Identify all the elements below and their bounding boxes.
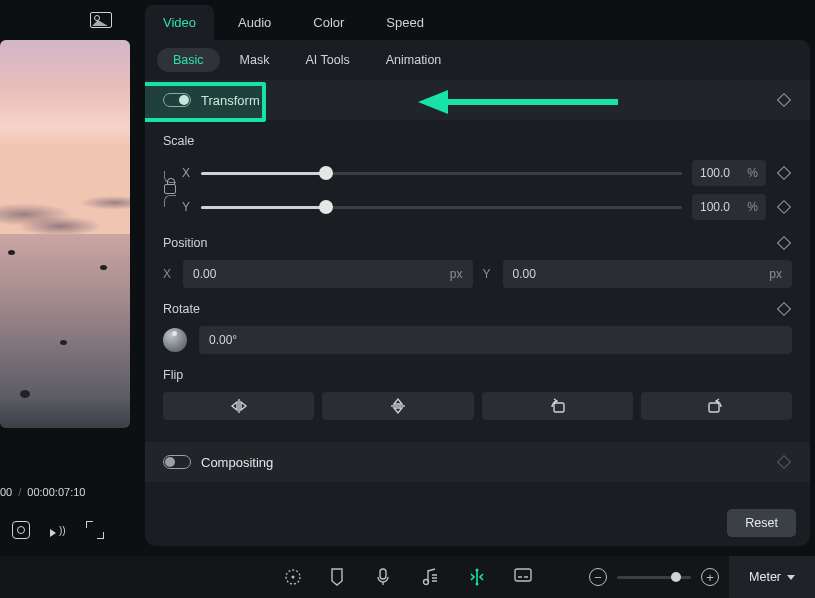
scale-y-unit: % [747, 200, 758, 214]
transform-header: Transform [145, 80, 810, 120]
rotate-cw-button[interactable] [641, 392, 792, 420]
picture-mode-icon[interactable] [90, 12, 112, 28]
tab-color[interactable]: Color [295, 5, 362, 40]
compositing-header: Compositing [145, 442, 810, 482]
svg-point-3 [291, 576, 294, 579]
tab-mask[interactable]: Mask [224, 48, 286, 72]
snapshot-icon[interactable] [12, 521, 30, 539]
svg-point-6 [475, 569, 478, 572]
audio-track-icon[interactable] [422, 568, 440, 586]
scale-x-keyframe-icon[interactable] [777, 166, 791, 180]
caption-icon[interactable] [514, 568, 532, 586]
compositing-keyframe-icon[interactable] [777, 455, 791, 469]
scale-x-value-input[interactable]: 100.0 % [692, 160, 766, 186]
zoom-in-button[interactable]: + [701, 568, 719, 586]
reset-button[interactable]: Reset [727, 509, 796, 537]
bottom-toolbar: − + Meter [0, 556, 815, 598]
position-y-unit: px [769, 267, 782, 281]
svg-rect-1 [709, 403, 719, 412]
preview-speck [8, 250, 15, 255]
meter-label: Meter [749, 570, 781, 584]
preview-speck [100, 265, 107, 270]
scale-x-unit: % [747, 166, 758, 180]
time-separator: / [18, 486, 21, 498]
zoom-slider[interactable] [617, 576, 691, 579]
scale-y-keyframe-icon[interactable] [777, 200, 791, 214]
primary-tabs: Video Audio Color Speed [145, 0, 810, 40]
svg-point-7 [475, 583, 478, 586]
tab-audio[interactable]: Audio [220, 5, 289, 40]
position-x-unit: px [450, 267, 463, 281]
zoom-out-button[interactable]: − [589, 568, 607, 586]
time-current: 00 [0, 486, 12, 498]
secondary-tabs: Basic Mask AI Tools Animation [145, 40, 810, 80]
chevron-down-icon [787, 575, 795, 580]
zoom-slider-thumb[interactable] [671, 572, 681, 582]
tab-animation[interactable]: Animation [370, 48, 458, 72]
svg-rect-8 [515, 569, 531, 581]
position-x-value: 0.00 [193, 267, 216, 281]
compositing-toggle[interactable] [163, 455, 191, 469]
position-label: Position [163, 236, 207, 250]
scale-y-value: 100.0 [700, 200, 730, 214]
scale-y-value-input[interactable]: 100.0 % [692, 194, 766, 220]
meter-dropdown[interactable]: Meter [729, 556, 815, 598]
tab-speed[interactable]: Speed [368, 5, 442, 40]
tab-ai-tools[interactable]: AI Tools [289, 48, 365, 72]
volume-icon[interactable]: )) [50, 524, 66, 537]
position-y-input[interactable]: 0.00 px [503, 260, 793, 288]
scale-x-value: 100.0 [700, 166, 730, 180]
compositing-title: Compositing [201, 455, 273, 470]
rotate-keyframe-icon[interactable] [777, 302, 791, 316]
preview-speck [20, 390, 30, 398]
flip-label: Flip [163, 368, 183, 382]
video-preview[interactable] [0, 40, 130, 428]
tab-video[interactable]: Video [145, 5, 214, 40]
rotate-label: Rotate [163, 302, 200, 316]
voiceover-icon[interactable] [376, 568, 394, 586]
scale-y-axis-label: Y [181, 200, 191, 214]
rotate-ccw-button[interactable] [482, 392, 633, 420]
position-x-axis-label: X [163, 267, 173, 281]
flip-vertical-button[interactable] [322, 392, 473, 420]
position-x-input[interactable]: 0.00 px [183, 260, 473, 288]
scale-x-axis-label: X [181, 166, 191, 180]
transform-title: Transform [201, 93, 260, 108]
rotate-dial[interactable] [163, 328, 187, 352]
rotate-value-input[interactable]: 0.00° [199, 326, 792, 354]
position-keyframe-icon[interactable] [777, 236, 791, 250]
marker-icon[interactable] [330, 568, 348, 586]
scale-label: Scale [163, 134, 194, 148]
rotate-value: 0.00° [209, 333, 237, 347]
svg-rect-0 [554, 403, 564, 412]
scale-y-slider[interactable] [201, 206, 682, 209]
transform-keyframe-icon[interactable] [777, 93, 791, 107]
tab-basic[interactable]: Basic [157, 48, 220, 72]
auto-enhance-icon[interactable] [284, 568, 302, 586]
transform-toggle[interactable] [163, 93, 191, 107]
position-y-axis-label: Y [483, 267, 493, 281]
fullscreen-icon[interactable] [86, 521, 104, 539]
scale-lock-icon[interactable] [163, 158, 177, 220]
preview-speck [60, 340, 67, 345]
svg-rect-4 [380, 569, 386, 579]
scale-x-slider-thumb[interactable] [319, 166, 333, 180]
scale-x-slider[interactable] [201, 172, 682, 175]
split-clip-icon[interactable] [468, 568, 486, 586]
time-total: 00:00:07:10 [27, 486, 85, 498]
flip-horizontal-button[interactable] [163, 392, 314, 420]
scale-y-slider-thumb[interactable] [319, 200, 333, 214]
position-y-value: 0.00 [513, 267, 536, 281]
